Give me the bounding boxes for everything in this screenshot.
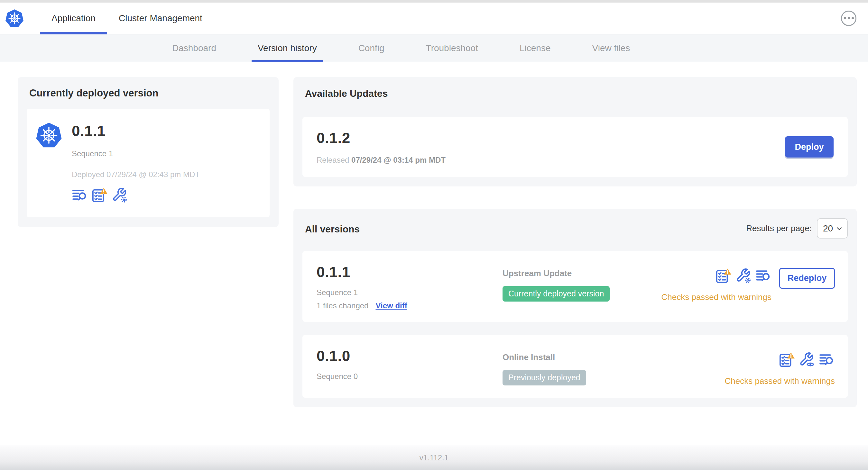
version-source: Online Install xyxy=(502,352,725,362)
top-navigation-bar: Application Cluster Management xyxy=(0,3,868,34)
currently-deployed-title: Currently deployed version xyxy=(29,88,270,99)
files-changed-text: 1 files changed xyxy=(317,301,368,310)
chevron-down-icon xyxy=(836,225,843,232)
kubernetes-logo xyxy=(5,3,24,34)
previously-deployed-badge: Previously deployed xyxy=(502,370,586,385)
tab-application[interactable]: Application xyxy=(40,3,107,34)
overflow-menu-icon[interactable] xyxy=(841,11,857,26)
currently-deployed-panel: Currently deployed version 0.1.1 Sequenc… xyxy=(18,77,279,227)
tab-cluster-management[interactable]: Cluster Management xyxy=(107,3,214,34)
tab-version-history[interactable]: Version history xyxy=(252,34,323,62)
tab-config[interactable]: Config xyxy=(352,34,391,62)
view-logs-icon[interactable] xyxy=(819,352,835,368)
preflight-checks-warning-icon[interactable] xyxy=(779,352,795,368)
update-released-line: Released 07/29/24 @ 03:14 pm MDT xyxy=(317,156,445,165)
update-version-number: 0.1.2 xyxy=(317,129,445,146)
checks-status-text: Checks passed with warnings xyxy=(725,376,835,386)
footer: v1.112.1 xyxy=(0,445,868,470)
version-source: Upstream Update xyxy=(502,268,661,278)
checks-status-text: Checks passed with warnings xyxy=(661,292,772,302)
row-sequence: Sequence 0 xyxy=(317,372,502,381)
deploy-button[interactable]: Deploy xyxy=(785,136,834,158)
available-updates-title: Available Updates xyxy=(305,88,848,99)
tab-troubleshoot[interactable]: Troubleshoot xyxy=(420,34,484,62)
available-update-card: 0.1.2 Released 07/29/24 @ 03:14 pm MDT D… xyxy=(302,117,848,177)
tab-application-label: Application xyxy=(52,13,96,24)
results-per-page-label: Results per page: xyxy=(746,224,812,233)
deployed-sequence: Sequence 1 xyxy=(72,149,200,158)
deployed-actions xyxy=(72,187,200,203)
view-diff-link[interactable]: View diff xyxy=(375,301,407,310)
row-actions xyxy=(779,352,835,368)
preflight-checks-warning-icon[interactable] xyxy=(715,268,732,284)
currently-deployed-card: 0.1.1 Sequence 1 Deployed 07/29/24 @ 02:… xyxy=(27,109,270,217)
deployed-timestamp: Deployed 07/29/24 @ 02:43 pm MDT xyxy=(72,170,200,179)
tab-view-files[interactable]: View files xyxy=(586,34,636,62)
tab-cluster-management-label: Cluster Management xyxy=(119,13,203,24)
version-row-0-1-1: 0.1.1 Sequence 1 1 files changed View di… xyxy=(302,251,848,322)
currently-deployed-badge: Currently deployed version xyxy=(502,286,610,302)
row-version-number: 0.1.0 xyxy=(317,347,502,365)
view-logs-icon[interactable] xyxy=(755,268,772,284)
all-versions-title: All versions xyxy=(305,224,360,235)
row-version-number: 0.1.1 xyxy=(317,263,502,281)
edit-config-icon[interactable] xyxy=(736,268,751,284)
redeploy-button[interactable]: Redeploy xyxy=(779,268,835,289)
tab-license[interactable]: License xyxy=(514,34,557,62)
deployed-version-number: 0.1.1 xyxy=(72,122,200,139)
row-actions xyxy=(715,268,772,284)
preflight-checks-warning-icon[interactable] xyxy=(92,187,108,203)
app-kubernetes-icon xyxy=(36,122,62,203)
version-history-page: Currently deployed version 0.1.1 Sequenc… xyxy=(0,62,868,445)
console-version-text: v1.112.1 xyxy=(420,453,448,462)
update-released-timestamp: 07/29/24 @ 03:14 pm MDT xyxy=(351,156,445,164)
all-versions-panel: All versions Results per page: 20 0.1.1 … xyxy=(293,209,857,407)
view-logs-icon[interactable] xyxy=(72,187,88,203)
window-top-edge xyxy=(0,0,868,3)
app-level-tabs: Application Cluster Management xyxy=(40,3,214,34)
row-sequence: Sequence 1 xyxy=(317,288,502,297)
results-per-page-select[interactable]: 20 xyxy=(817,218,848,239)
app-sub-navigation: Dashboard Version history Config Trouble… xyxy=(0,34,868,62)
edit-config-icon[interactable] xyxy=(112,187,128,203)
version-row-0-1-0: 0.1.0 Sequence 0 Online Install Previous… xyxy=(302,335,848,398)
results-per-page: Results per page: 20 xyxy=(746,218,848,239)
view-config-icon[interactable] xyxy=(799,352,815,368)
available-updates-panel: Available Updates 0.1.2 Released 07/29/2… xyxy=(293,77,857,187)
tab-dashboard[interactable]: Dashboard xyxy=(166,34,222,62)
